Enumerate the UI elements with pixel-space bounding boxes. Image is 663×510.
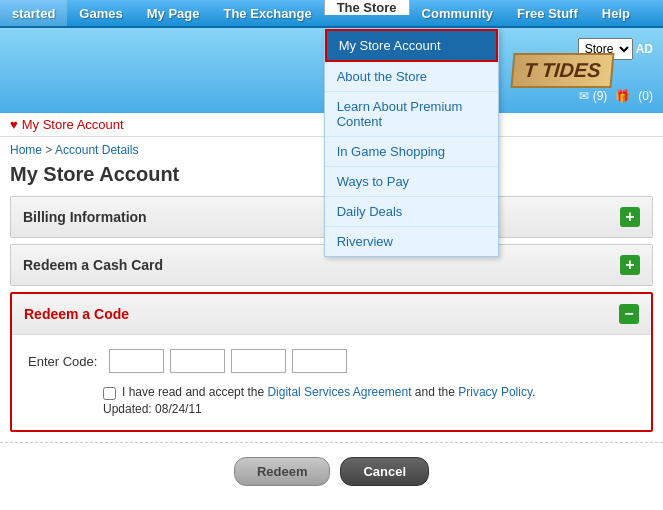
- nav-item-exchange[interactable]: The Exchange: [211, 0, 323, 26]
- top-navigation: started Games My Page The Exchange The S…: [0, 0, 663, 28]
- dd-item-riverview[interactable]: Riverview: [325, 227, 498, 256]
- nav-item-mypage[interactable]: My Page: [135, 0, 212, 26]
- breadcrumb-current[interactable]: Account Details: [55, 143, 138, 157]
- cancel-button[interactable]: Cancel: [340, 457, 429, 486]
- code-input-3[interactable]: [231, 349, 286, 373]
- dd-item-waystopay[interactable]: Ways to Pay: [325, 167, 498, 197]
- dd-item-premium[interactable]: Learn About Premium Content: [325, 92, 498, 137]
- breadcrumb-separator: >: [45, 143, 55, 157]
- store-dropdown-menu: My Store Account About the Store Learn A…: [324, 28, 499, 257]
- terms-checkbox[interactable]: [103, 387, 116, 400]
- cart-icon[interactable]: (0): [638, 89, 653, 103]
- dd-item-aboutstore[interactable]: About the Store: [325, 62, 498, 92]
- redeemcode-section: Redeem a Code − Enter Code: I have read …: [10, 292, 653, 432]
- terms-row: I have read and accept the Digital Servi…: [103, 385, 635, 400]
- footer-buttons: Redeem Cancel: [0, 442, 663, 496]
- terms-text: I have read and accept the Digital Servi…: [122, 385, 535, 399]
- code-input-4[interactable]: [292, 349, 347, 373]
- dd-item-ingame[interactable]: In Game Shopping: [325, 137, 498, 167]
- mail-icon[interactable]: ✉ (9): [579, 89, 607, 103]
- redeemcode-body: Enter Code: I have read and accept the D…: [12, 335, 651, 430]
- nav-item-started[interactable]: started: [0, 0, 67, 26]
- redeemcode-toggle[interactable]: −: [619, 304, 639, 324]
- nav-item-freestuff[interactable]: Free Stuff: [505, 0, 590, 26]
- heart-icon: ♥: [10, 117, 18, 132]
- nav-item-help[interactable]: Help: [590, 0, 642, 26]
- redeemcode-header[interactable]: Redeem a Code −: [12, 294, 651, 335]
- cashcard-toggle[interactable]: +: [620, 255, 640, 275]
- billing-label: Billing Information: [23, 209, 147, 225]
- redeem-button[interactable]: Redeem: [234, 457, 331, 486]
- cashcard-label: Redeem a Cash Card: [23, 257, 163, 273]
- breadcrumb-home[interactable]: Home: [10, 143, 42, 157]
- my-store-account-link[interactable]: My Store Account: [22, 117, 124, 132]
- code-input-1[interactable]: [109, 349, 164, 373]
- billing-toggle[interactable]: +: [620, 207, 640, 227]
- enter-code-row: Enter Code:: [28, 349, 635, 373]
- nav-item-community[interactable]: Community: [410, 0, 506, 26]
- privacy-link[interactable]: Privacy Policy: [458, 385, 532, 399]
- gift-icon[interactable]: 🎁: [615, 89, 630, 103]
- banner-tides-image: T TIDES: [511, 53, 615, 88]
- nav-item-thestore[interactable]: The Store: [324, 0, 410, 15]
- redeemcode-label: Redeem a Code: [24, 306, 129, 322]
- dd-item-mystore[interactable]: My Store Account: [325, 29, 498, 62]
- updated-text: Updated: 08/24/11: [103, 402, 635, 416]
- enter-code-label: Enter Code:: [28, 354, 103, 369]
- nav-item-games[interactable]: Games: [67, 0, 134, 26]
- banner-icons: ✉ (9) 🎁 (0): [579, 89, 653, 103]
- dd-item-dailydeals[interactable]: Daily Deals: [325, 197, 498, 227]
- nav-item-thestore-wrapper: The Store My Store Account About the Sto…: [324, 0, 410, 26]
- dsa-link[interactable]: Digital Services Agreement: [267, 385, 411, 399]
- ad-label: AD: [636, 42, 653, 56]
- code-input-2[interactable]: [170, 349, 225, 373]
